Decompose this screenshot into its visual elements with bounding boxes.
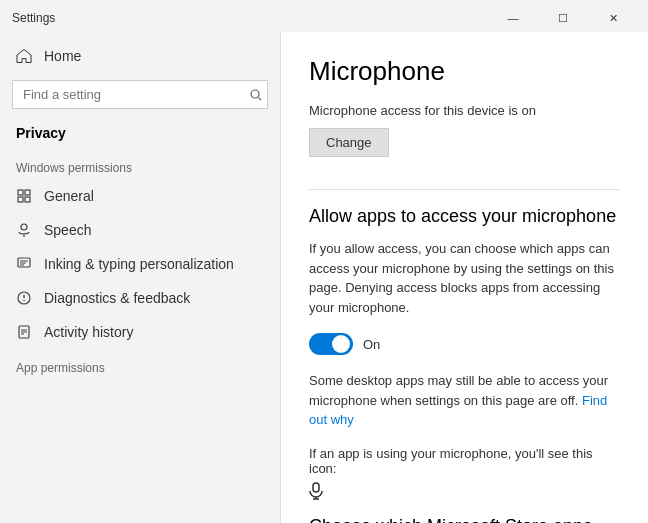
svg-rect-4 (18, 197, 23, 202)
titlebar: Settings — ☐ ✕ (0, 0, 648, 32)
app-permissions-label: App permissions (0, 349, 280, 379)
activity-label: Activity history (44, 324, 133, 340)
svg-rect-5 (25, 197, 30, 202)
page-title: Microphone (309, 56, 620, 87)
sidebar-item-activity[interactable]: Activity history (0, 315, 280, 349)
change-button[interactable]: Change (309, 128, 389, 157)
access-status-text: Microphone access for this device is on (309, 103, 620, 118)
microphone-icon (309, 482, 323, 500)
general-label: General (44, 188, 94, 204)
content-area: Microphone Microphone access for this de… (281, 32, 648, 523)
icon-note: If an app is using your microphone, you'… (309, 446, 620, 476)
active-section-label: Privacy (0, 117, 280, 149)
microphone-toggle[interactable] (309, 333, 353, 355)
choose-title: Choose which Microsoft Store apps can (309, 516, 620, 524)
windows-permissions-label: Windows permissions (0, 149, 280, 179)
speech-icon (16, 222, 32, 238)
inking-label: Inking & typing personalization (44, 256, 234, 272)
sidebar: Home Privacy Windows permissions (0, 32, 280, 523)
general-icon (16, 188, 32, 204)
speech-label: Speech (44, 222, 91, 238)
search-button[interactable] (250, 89, 262, 101)
window-controls: — ☐ ✕ (490, 6, 636, 30)
mic-icon-display (309, 482, 620, 500)
sidebar-item-diagnostics[interactable]: Diagnostics & feedback (0, 281, 280, 315)
sidebar-item-general[interactable]: General (0, 179, 280, 213)
svg-rect-3 (25, 190, 30, 195)
svg-rect-2 (18, 190, 23, 195)
section-divider (309, 189, 620, 190)
svg-line-1 (259, 97, 262, 100)
minimize-button[interactable]: — (490, 6, 536, 30)
inking-icon (16, 256, 32, 272)
sidebar-item-home[interactable]: Home (0, 40, 280, 72)
svg-point-0 (251, 90, 259, 98)
toggle-knob (332, 335, 350, 353)
maximize-button[interactable]: ☐ (540, 6, 586, 30)
sidebar-item-speech[interactable]: Speech (0, 213, 280, 247)
activity-icon (16, 324, 32, 340)
desktop-note-text: Some desktop apps may still be able to a… (309, 373, 608, 408)
home-icon (16, 48, 32, 64)
search-input[interactable] (12, 80, 268, 109)
svg-point-6 (21, 224, 27, 230)
toggle-label: On (363, 337, 380, 352)
home-label: Home (44, 48, 81, 64)
allow-title: Allow apps to access your microphone (309, 206, 620, 227)
desktop-note: Some desktop apps may still be able to a… (309, 371, 620, 430)
app-title: Settings (12, 11, 490, 25)
diagnostics-icon (16, 290, 32, 306)
svg-point-14 (23, 300, 25, 302)
allow-description: If you allow access, you can choose whic… (309, 239, 620, 317)
svg-rect-19 (313, 483, 319, 492)
toggle-row: On (309, 333, 620, 355)
close-button[interactable]: ✕ (590, 6, 636, 30)
diagnostics-label: Diagnostics & feedback (44, 290, 190, 306)
sidebar-item-inking[interactable]: Inking & typing personalization (0, 247, 280, 281)
app-container: Home Privacy Windows permissions (0, 32, 648, 523)
search-container (12, 80, 268, 109)
